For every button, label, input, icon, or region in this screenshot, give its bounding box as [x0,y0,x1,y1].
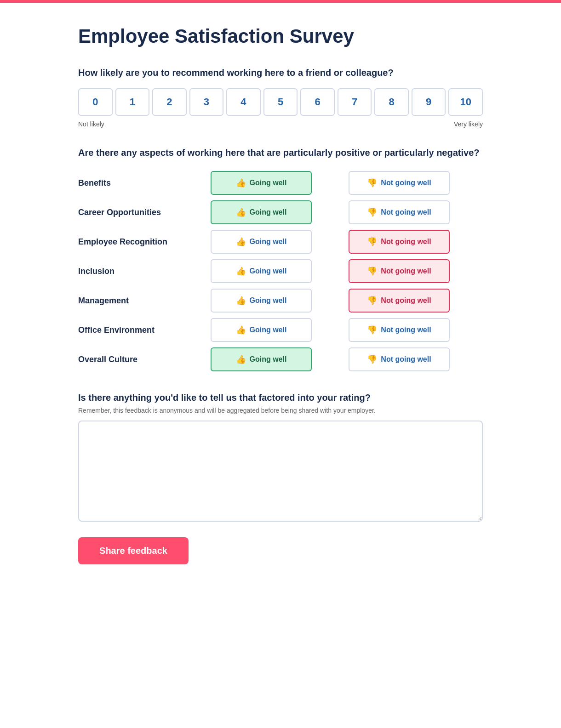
not-going-well-btn-1[interactable]: 👎Not going well [349,200,450,224]
nps-btn-8[interactable]: 8 [374,88,409,116]
not-going-well-cell-5: 👎Not going well [345,315,483,345]
going-well-btn-1[interactable]: 👍Going well [211,200,312,224]
aspect-label-0: Benefits [78,168,198,198]
going-well-cell-0: 👍Going well [207,168,345,198]
not-going-well-cell-6: 👎Not going well [345,345,483,374]
not-going-well-cell-3: 👎Not going well [345,256,483,286]
nps-labels: Not likely Very likely [78,120,483,128]
spacer [198,256,207,286]
not-going-well-btn-0[interactable]: 👎Not going well [349,171,450,195]
thumbs-down-icon: 👎 [367,207,377,217]
going-well-btn-0[interactable]: 👍Going well [211,171,312,195]
going-well-btn-5[interactable]: 👍Going well [211,318,312,342]
aspect-label-1: Career Opportunities [78,198,198,227]
aspect-label-2: Employee Recognition [78,227,198,256]
nps-btn-10[interactable]: 10 [448,88,483,116]
aspects-question: Are there any aspects of working here th… [78,146,483,159]
thumbs-up-icon: 👍 [236,207,246,217]
thumbs-up-icon: 👍 [236,296,246,306]
going-well-cell-1: 👍Going well [207,198,345,227]
nps-btn-1[interactable]: 1 [115,88,150,116]
nps-btn-5[interactable]: 5 [263,88,298,116]
going-well-cell-4: 👍Going well [207,286,345,315]
nps-question: How likely are you to recommend working … [78,66,483,79]
going-well-btn-3[interactable]: 👍Going well [211,259,312,283]
nps-label-right: Very likely [454,120,483,128]
thumbs-down-icon: 👎 [367,178,377,188]
aspect-label-3: Inclusion [78,256,198,286]
table-row: Benefits👍Going well👎Not going well [78,168,483,198]
not-going-well-cell-0: 👎Not going well [345,168,483,198]
going-well-cell-6: 👍Going well [207,345,345,374]
thumbs-down-icon: 👎 [367,296,377,306]
feedback-textarea[interactable] [78,421,483,522]
table-row: Overall Culture👍Going well👎Not going wel… [78,345,483,374]
not-going-well-btn-2[interactable]: 👎Not going well [349,230,450,254]
going-well-cell-3: 👍Going well [207,256,345,286]
not-going-well-cell-2: 👎Not going well [345,227,483,256]
going-well-cell-2: 👍Going well [207,227,345,256]
spacer [198,198,207,227]
not-going-well-btn-5[interactable]: 👎Not going well [349,318,450,342]
aspects-table: Benefits👍Going well👎Not going wellCareer… [78,168,483,374]
page-title: Employee Satisfaction Survey [78,25,483,48]
table-row: Inclusion👍Going well👎Not going well [78,256,483,286]
spacer [198,227,207,256]
table-row: Management👍Going well👎Not going well [78,286,483,315]
thumbs-up-icon: 👍 [236,178,246,188]
share-feedback-button[interactable]: Share feedback [78,537,189,564]
table-row: Office Environment👍Going well👎Not going … [78,315,483,345]
thumbs-up-icon: 👍 [236,266,246,276]
thumbs-down-icon: 👎 [367,237,377,247]
aspect-label-6: Overall Culture [78,345,198,374]
aspect-label-5: Office Environment [78,315,198,345]
feedback-subtext: Remember, this feedback is anonymous and… [78,407,483,414]
going-well-btn-2[interactable]: 👍Going well [211,230,312,254]
thumbs-up-icon: 👍 [236,325,246,335]
nps-label-left: Not likely [78,120,104,128]
spacer [198,345,207,374]
thumbs-up-icon: 👍 [236,237,246,247]
not-going-well-btn-3[interactable]: 👎Not going well [349,259,450,283]
spacer [198,315,207,345]
thumbs-down-icon: 👎 [367,354,377,364]
spacer [198,168,207,198]
aspect-label-4: Management [78,286,198,315]
thumbs-down-icon: 👎 [367,266,377,276]
nps-btn-7[interactable]: 7 [338,88,372,116]
not-going-well-btn-4[interactable]: 👎Not going well [349,289,450,313]
nps-btn-2[interactable]: 2 [152,88,187,116]
aspects-section: Are there any aspects of working here th… [78,146,483,374]
feedback-question: Is there anything you'd like to tell us … [78,392,483,403]
nps-btn-9[interactable]: 9 [412,88,446,116]
thumbs-up-icon: 👍 [236,354,246,364]
nps-btn-3[interactable]: 3 [189,88,224,116]
going-well-cell-5: 👍Going well [207,315,345,345]
nps-scale: 012345678910 [78,88,483,116]
feedback-section: Is there anything you'd like to tell us … [78,392,483,523]
nps-btn-0[interactable]: 0 [78,88,113,116]
not-going-well-btn-6[interactable]: 👎Not going well [349,347,450,371]
thumbs-down-icon: 👎 [367,325,377,335]
nps-btn-4[interactable]: 4 [226,88,261,116]
table-row: Employee Recognition👍Going well👎Not goin… [78,227,483,256]
not-going-well-cell-4: 👎Not going well [345,286,483,315]
nps-btn-6[interactable]: 6 [300,88,335,116]
not-going-well-cell-1: 👎Not going well [345,198,483,227]
going-well-btn-4[interactable]: 👍Going well [211,289,312,313]
nps-section: How likely are you to recommend working … [78,66,483,128]
spacer [198,286,207,315]
main-container: Employee Satisfaction Survey How likely … [60,3,501,592]
going-well-btn-6[interactable]: 👍Going well [211,347,312,371]
table-row: Career Opportunities👍Going well👎Not goin… [78,198,483,227]
